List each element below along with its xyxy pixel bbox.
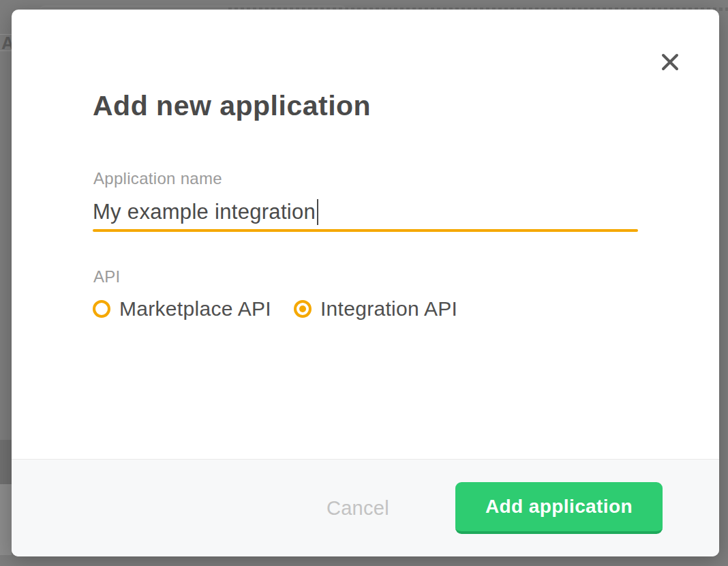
backdrop-light-band xyxy=(0,484,12,555)
dialog-footer: Cancel Add application xyxy=(12,459,719,556)
application-name-value: My example integration xyxy=(93,200,316,224)
application-name-label: Application name xyxy=(93,169,222,188)
add-application-button[interactable]: Add application xyxy=(455,482,663,534)
radio-circle-icon xyxy=(294,300,312,318)
dialog-title: Add new application xyxy=(93,90,371,122)
close-icon xyxy=(661,53,680,72)
cancel-button[interactable]: Cancel xyxy=(327,497,389,520)
api-label: API xyxy=(93,267,121,286)
application-name-input[interactable]: My example integration xyxy=(93,195,638,229)
radio-integration-api[interactable]: Integration API xyxy=(294,297,457,321)
radio-marketplace-api[interactable]: Marketplace API xyxy=(93,297,271,321)
backdrop-field-edge-top xyxy=(0,34,12,35)
radio-label: Marketplace API xyxy=(119,297,271,321)
radio-label: Integration API xyxy=(320,297,457,321)
api-radio-group: Marketplace API Integration API xyxy=(93,297,457,321)
backdrop-dark-band xyxy=(0,440,12,484)
close-button[interactable] xyxy=(660,52,680,72)
input-underline xyxy=(93,229,638,232)
add-application-dialog: Add new application Application name My … xyxy=(12,10,719,556)
text-cursor xyxy=(317,199,318,225)
radio-circle-icon xyxy=(93,300,110,318)
backdrop-field-edge-bottom xyxy=(0,50,12,51)
